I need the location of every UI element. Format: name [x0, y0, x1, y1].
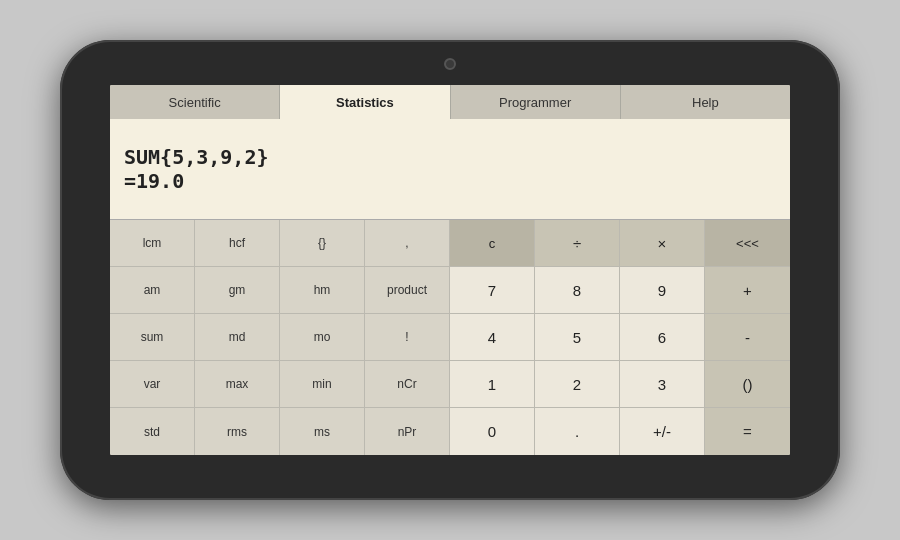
key-row-2: summdmo!456-: [110, 314, 790, 361]
key--[interactable]: .: [535, 408, 620, 455]
key---[interactable]: (): [705, 361, 790, 407]
display-area: SUM{5,3,9,2} =19.0: [110, 119, 790, 219]
key-row-0: lcmhcf{},c÷×<<<: [110, 220, 790, 267]
key-8[interactable]: 8: [535, 267, 620, 313]
key-max[interactable]: max: [195, 361, 280, 407]
key-c[interactable]: c: [450, 220, 535, 266]
tab-help[interactable]: Help: [621, 85, 790, 119]
key-row-4: stdrmsmsnPr0.+/-=: [110, 408, 790, 455]
phone-body: Scientific Statistics Programmer Help SU…: [60, 40, 840, 500]
key-1[interactable]: 1: [450, 361, 535, 407]
key-ms[interactable]: ms: [280, 408, 365, 455]
key----[interactable]: <<<: [705, 220, 790, 266]
key----[interactable]: +/-: [620, 408, 705, 455]
key-product[interactable]: product: [365, 267, 450, 313]
key-md[interactable]: md: [195, 314, 280, 360]
keyboard: lcmhcf{},c÷×<<<amgmhmproduct789+summdmo!…: [110, 219, 790, 455]
key---[interactable]: {}: [280, 220, 365, 266]
key-rms[interactable]: rms: [195, 408, 280, 455]
key--[interactable]: =: [705, 408, 790, 455]
key-hm[interactable]: hm: [280, 267, 365, 313]
key-sum[interactable]: sum: [110, 314, 195, 360]
key-hcf[interactable]: hcf: [195, 220, 280, 266]
key--[interactable]: +: [705, 267, 790, 313]
tab-programmer[interactable]: Programmer: [451, 85, 621, 119]
tab-bar: Scientific Statistics Programmer Help: [110, 85, 790, 119]
key-9[interactable]: 9: [620, 267, 705, 313]
key-std[interactable]: std: [110, 408, 195, 455]
key-4[interactable]: 4: [450, 314, 535, 360]
key-0[interactable]: 0: [450, 408, 535, 455]
key-gm[interactable]: gm: [195, 267, 280, 313]
key-row-1: amgmhmproduct789+: [110, 267, 790, 314]
key-var[interactable]: var: [110, 361, 195, 407]
key--[interactable]: ÷: [535, 220, 620, 266]
key-nPr[interactable]: nPr: [365, 408, 450, 455]
key-2[interactable]: 2: [535, 361, 620, 407]
key--[interactable]: ,: [365, 220, 450, 266]
key-am[interactable]: am: [110, 267, 195, 313]
key-7[interactable]: 7: [450, 267, 535, 313]
key-nCr[interactable]: nCr: [365, 361, 450, 407]
camera: [444, 58, 456, 70]
key--[interactable]: -: [705, 314, 790, 360]
key--[interactable]: ×: [620, 220, 705, 266]
tab-statistics[interactable]: Statistics: [280, 85, 450, 119]
key--[interactable]: !: [365, 314, 450, 360]
key-row-3: varmaxminnCr123(): [110, 361, 790, 408]
key-mo[interactable]: mo: [280, 314, 365, 360]
key-5[interactable]: 5: [535, 314, 620, 360]
key-6[interactable]: 6: [620, 314, 705, 360]
key-3[interactable]: 3: [620, 361, 705, 407]
display-expression: SUM{5,3,9,2}: [124, 145, 776, 169]
phone-screen: Scientific Statistics Programmer Help SU…: [110, 85, 790, 455]
display-result: =19.0: [124, 169, 776, 193]
key-min[interactable]: min: [280, 361, 365, 407]
tab-scientific[interactable]: Scientific: [110, 85, 280, 119]
key-lcm[interactable]: lcm: [110, 220, 195, 266]
